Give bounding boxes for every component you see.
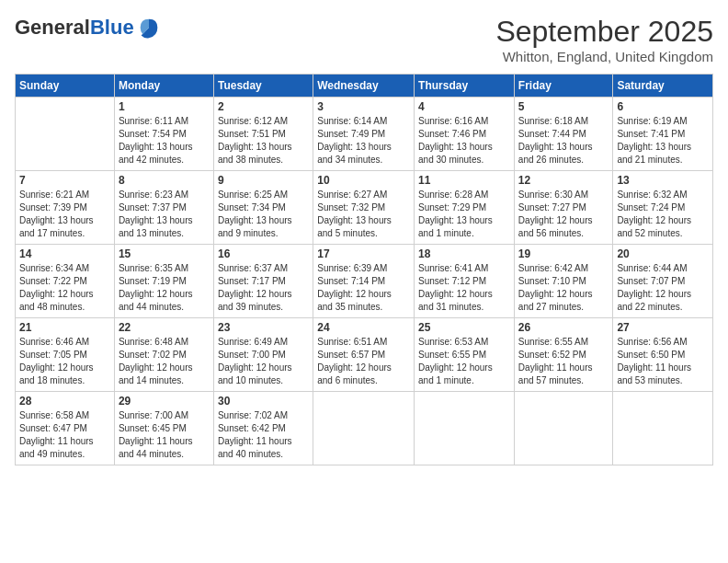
day-info: Sunrise: 6:18 AM Sunset: 7:44 PM Dayligh… xyxy=(518,115,609,167)
day-info: Sunrise: 6:25 AM Sunset: 7:34 PM Dayligh… xyxy=(218,189,309,240)
location: Whitton, England, United Kingdom xyxy=(495,49,713,64)
day-number: 26 xyxy=(518,321,609,334)
day-number: 24 xyxy=(317,321,410,334)
day-info: Sunrise: 6:53 AM Sunset: 6:55 PM Dayligh… xyxy=(418,336,510,387)
day-number: 12 xyxy=(518,174,609,187)
day-number: 1 xyxy=(119,100,210,113)
day-number: 27 xyxy=(617,321,709,334)
calendar-cell: 4Sunrise: 6:16 AM Sunset: 7:46 PM Daylig… xyxy=(415,98,515,171)
day-number: 19 xyxy=(518,247,609,260)
day-number: 29 xyxy=(119,395,210,408)
logo-blue-text: Blue xyxy=(90,16,134,39)
page-header: GeneralBlue September 2025 Whitton, Engl… xyxy=(15,15,713,64)
col-wednesday: Wednesday xyxy=(313,75,415,98)
day-info: Sunrise: 6:32 AM Sunset: 7:24 PM Dayligh… xyxy=(617,189,709,240)
day-info: Sunrise: 6:55 AM Sunset: 6:52 PM Dayligh… xyxy=(518,336,609,387)
day-number: 4 xyxy=(418,100,510,113)
calendar-cell: 27Sunrise: 6:56 AM Sunset: 6:50 PM Dayli… xyxy=(613,318,713,392)
calendar-week-row: 14Sunrise: 6:34 AM Sunset: 7:22 PM Dayli… xyxy=(16,245,713,318)
logo-general-text: General xyxy=(15,16,90,39)
calendar-week-row: 21Sunrise: 6:46 AM Sunset: 7:05 PM Dayli… xyxy=(16,318,713,392)
day-info: Sunrise: 6:12 AM Sunset: 7:51 PM Dayligh… xyxy=(218,115,309,167)
day-number: 30 xyxy=(218,395,309,408)
calendar-cell: 16Sunrise: 6:37 AM Sunset: 7:17 PM Dayli… xyxy=(213,245,313,318)
calendar-cell: 9Sunrise: 6:25 AM Sunset: 7:34 PM Daylig… xyxy=(213,171,313,245)
col-friday: Friday xyxy=(514,75,613,98)
col-monday: Monday xyxy=(114,75,213,98)
calendar-cell: 17Sunrise: 6:39 AM Sunset: 7:14 PM Dayli… xyxy=(313,245,415,318)
day-info: Sunrise: 6:39 AM Sunset: 7:14 PM Dayligh… xyxy=(317,262,410,314)
day-number: 21 xyxy=(19,321,110,334)
day-info: Sunrise: 6:21 AM Sunset: 7:39 PM Dayligh… xyxy=(19,189,110,240)
calendar-cell: 2Sunrise: 6:12 AM Sunset: 7:51 PM Daylig… xyxy=(213,98,313,171)
calendar-cell: 11Sunrise: 6:28 AM Sunset: 7:29 PM Dayli… xyxy=(415,171,515,245)
calendar-cell: 22Sunrise: 6:48 AM Sunset: 7:02 PM Dayli… xyxy=(114,318,213,392)
calendar-cell: 25Sunrise: 6:53 AM Sunset: 6:55 PM Dayli… xyxy=(415,318,515,392)
day-number: 17 xyxy=(317,247,410,260)
day-number: 20 xyxy=(617,247,709,260)
day-info: Sunrise: 6:51 AM Sunset: 6:57 PM Dayligh… xyxy=(317,336,410,387)
calendar-cell: 26Sunrise: 6:55 AM Sunset: 6:52 PM Dayli… xyxy=(514,318,613,392)
day-info: Sunrise: 6:58 AM Sunset: 6:47 PM Dayligh… xyxy=(19,409,110,461)
calendar-cell: 23Sunrise: 6:49 AM Sunset: 7:00 PM Dayli… xyxy=(213,318,313,392)
day-number: 3 xyxy=(317,100,410,113)
calendar-cell: 24Sunrise: 6:51 AM Sunset: 6:57 PM Dayli… xyxy=(313,318,415,392)
page-container: GeneralBlue September 2025 Whitton, Engl… xyxy=(0,0,728,473)
calendar-cell: 3Sunrise: 6:14 AM Sunset: 7:49 PM Daylig… xyxy=(313,98,415,171)
calendar-cell: 10Sunrise: 6:27 AM Sunset: 7:32 PM Dayli… xyxy=(313,171,415,245)
day-info: Sunrise: 6:37 AM Sunset: 7:17 PM Dayligh… xyxy=(218,262,309,314)
day-number: 10 xyxy=(317,174,410,187)
day-number: 2 xyxy=(218,100,309,113)
calendar-table: Sunday Monday Tuesday Wednesday Thursday… xyxy=(15,74,713,465)
calendar-cell xyxy=(16,98,115,171)
calendar-cell xyxy=(514,392,613,465)
calendar-cell xyxy=(613,392,713,465)
day-info: Sunrise: 6:44 AM Sunset: 7:07 PM Dayligh… xyxy=(617,262,709,314)
calendar-cell: 1Sunrise: 6:11 AM Sunset: 7:54 PM Daylig… xyxy=(114,98,213,171)
day-info: Sunrise: 6:16 AM Sunset: 7:46 PM Dayligh… xyxy=(418,115,510,167)
day-number: 28 xyxy=(19,395,110,408)
day-number: 7 xyxy=(19,174,110,187)
day-number: 11 xyxy=(418,174,510,187)
day-info: Sunrise: 6:41 AM Sunset: 7:12 PM Dayligh… xyxy=(418,262,510,314)
day-number: 5 xyxy=(518,100,609,113)
col-thursday: Thursday xyxy=(415,75,515,98)
calendar-cell: 8Sunrise: 6:23 AM Sunset: 7:37 PM Daylig… xyxy=(114,171,213,245)
calendar-cell: 13Sunrise: 6:32 AM Sunset: 7:24 PM Dayli… xyxy=(613,171,713,245)
day-info: Sunrise: 7:00 AM Sunset: 6:45 PM Dayligh… xyxy=(119,409,210,461)
day-number: 16 xyxy=(218,247,309,260)
calendar-week-row: 28Sunrise: 6:58 AM Sunset: 6:47 PM Dayli… xyxy=(16,392,713,465)
day-info: Sunrise: 6:23 AM Sunset: 7:37 PM Dayligh… xyxy=(119,189,210,240)
day-info: Sunrise: 6:30 AM Sunset: 7:27 PM Dayligh… xyxy=(518,189,609,240)
day-number: 6 xyxy=(617,100,709,113)
day-info: Sunrise: 6:46 AM Sunset: 7:05 PM Dayligh… xyxy=(19,336,110,387)
col-sunday: Sunday xyxy=(16,75,115,98)
day-info: Sunrise: 6:42 AM Sunset: 7:10 PM Dayligh… xyxy=(518,262,609,314)
day-info: Sunrise: 6:27 AM Sunset: 7:32 PM Dayligh… xyxy=(317,189,410,240)
day-info: Sunrise: 6:48 AM Sunset: 7:02 PM Dayligh… xyxy=(119,336,210,387)
day-info: Sunrise: 6:19 AM Sunset: 7:41 PM Dayligh… xyxy=(617,115,709,167)
day-number: 23 xyxy=(218,321,309,334)
day-info: Sunrise: 6:35 AM Sunset: 7:19 PM Dayligh… xyxy=(119,262,210,314)
calendar-cell: 5Sunrise: 6:18 AM Sunset: 7:44 PM Daylig… xyxy=(514,98,613,171)
day-number: 22 xyxy=(119,321,210,334)
month-title: September 2025 xyxy=(495,15,713,49)
calendar-cell xyxy=(415,392,515,465)
col-tuesday: Tuesday xyxy=(213,75,313,98)
day-number: 9 xyxy=(218,174,309,187)
calendar-cell: 6Sunrise: 6:19 AM Sunset: 7:41 PM Daylig… xyxy=(613,98,713,171)
day-info: Sunrise: 7:02 AM Sunset: 6:42 PM Dayligh… xyxy=(218,409,309,461)
day-info: Sunrise: 6:28 AM Sunset: 7:29 PM Dayligh… xyxy=(418,189,510,240)
calendar-cell: 30Sunrise: 7:02 AM Sunset: 6:42 PM Dayli… xyxy=(213,392,313,465)
day-number: 14 xyxy=(19,247,110,260)
calendar-cell: 12Sunrise: 6:30 AM Sunset: 7:27 PM Dayli… xyxy=(514,171,613,245)
calendar-cell: 18Sunrise: 6:41 AM Sunset: 7:12 PM Dayli… xyxy=(415,245,515,318)
day-info: Sunrise: 6:49 AM Sunset: 7:00 PM Dayligh… xyxy=(218,336,309,387)
calendar-cell: 19Sunrise: 6:42 AM Sunset: 7:10 PM Dayli… xyxy=(514,245,613,318)
calendar-cell xyxy=(313,392,415,465)
calendar-week-row: 1Sunrise: 6:11 AM Sunset: 7:54 PM Daylig… xyxy=(16,98,713,171)
day-number: 13 xyxy=(617,174,709,187)
logo: GeneralBlue xyxy=(15,15,162,40)
day-number: 18 xyxy=(418,247,510,260)
calendar-cell: 29Sunrise: 7:00 AM Sunset: 6:45 PM Dayli… xyxy=(114,392,213,465)
